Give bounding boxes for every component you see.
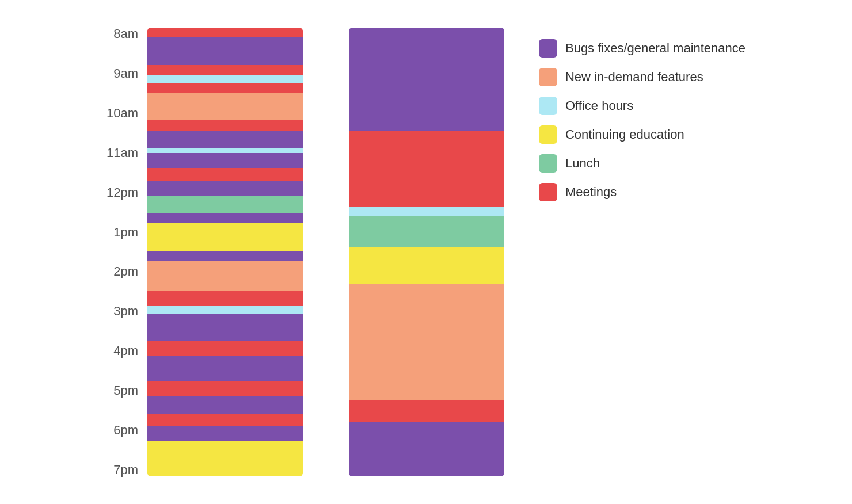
legend-item-office-hours: Office hours	[539, 97, 746, 115]
y-label-1pm: 1pm	[106, 226, 138, 239]
y-label-5pm: 5pm	[106, 384, 138, 397]
bar-chart	[147, 28, 504, 476]
bar2-segment-4	[349, 247, 504, 283]
bar1-segment-12	[147, 196, 303, 213]
y-label-9am: 9am	[106, 67, 138, 80]
legend-label-continuing-education: Continuing education	[565, 127, 684, 142]
bar2-segment-0	[349, 28, 504, 131]
bar2	[349, 28, 504, 476]
bar1-segment-16	[147, 261, 303, 291]
bar2-wrapper	[349, 28, 504, 476]
bar1-segment-3	[147, 75, 303, 83]
bar1-segment-8	[147, 148, 303, 153]
bar2-segment-6	[349, 400, 504, 422]
y-label-6pm: 6pm	[106, 424, 138, 437]
legend-label-new-features: New in-demand features	[565, 70, 703, 85]
legend-item-new-features: New in-demand features	[539, 68, 746, 86]
y-label-3pm: 3pm	[106, 305, 138, 318]
legend-color-bugs	[539, 39, 557, 58]
bar1-segment-25	[147, 426, 303, 441]
bar2-segment-2	[349, 207, 504, 216]
legend-color-continuing-education	[539, 125, 557, 144]
bar1-segment-13	[147, 213, 303, 223]
legend-color-meetings	[539, 183, 557, 201]
y-label-8am: 8am	[106, 28, 138, 40]
y-label-2pm: 2pm	[106, 265, 138, 278]
legend-color-lunch	[539, 154, 557, 173]
bar2-segment-1	[349, 131, 504, 207]
bar1-segment-15	[147, 251, 303, 261]
legend-item-continuing-education: Continuing education	[539, 125, 746, 144]
bar1-segment-20	[147, 341, 303, 356]
legend-label-office-hours: Office hours	[565, 98, 633, 113]
bar1-segment-23	[147, 396, 303, 414]
bar1-segment-17	[147, 291, 303, 306]
bar1-segment-21	[147, 356, 303, 381]
bar1-segment-24	[147, 414, 303, 426]
y-label-10am: 10am	[106, 107, 138, 120]
bar1-segment-26	[147, 441, 303, 476]
bar1-segment-2	[147, 65, 303, 75]
bar1-segment-22	[147, 381, 303, 396]
bar2-segment-3	[349, 216, 504, 248]
bar1-segment-11	[147, 181, 303, 196]
legend-item-bugs: Bugs fixes/general maintenance	[539, 39, 746, 58]
legend-item-meetings: Meetings	[539, 183, 746, 201]
bar1	[147, 28, 303, 476]
bar2-segment-7	[349, 422, 504, 476]
bar1-segment-0	[147, 28, 303, 37]
bar1-segment-19	[147, 314, 303, 341]
y-label-12pm: 12pm	[106, 186, 138, 199]
legend-item-lunch: Lunch	[539, 154, 746, 173]
legend-color-new-features	[539, 68, 557, 86]
legend-label-bugs: Bugs fixes/general maintenance	[565, 41, 746, 56]
y-label-4pm: 4pm	[106, 345, 138, 357]
legend-label-lunch: Lunch	[565, 156, 600, 171]
legend: Bugs fixes/general maintenanceNew in-dem…	[504, 28, 746, 201]
chart-container: 8am9am10am11am12pm1pm2pm3pm4pm5pm6pm7pm …	[72, 5, 780, 499]
bar1-segment-6	[147, 120, 303, 130]
bar2-segment-5	[349, 284, 504, 400]
bar1-segment-7	[147, 131, 303, 148]
y-label-7pm: 7pm	[106, 464, 138, 476]
legend-label-meetings: Meetings	[565, 185, 617, 200]
y-axis: 8am9am10am11am12pm1pm2pm3pm4pm5pm6pm7pm	[106, 28, 147, 476]
y-label-11am: 11am	[106, 147, 138, 159]
bar1-segment-9	[147, 153, 303, 168]
bar1-segment-4	[147, 83, 303, 93]
legend-color-office-hours	[539, 97, 557, 115]
bar1-segment-10	[147, 168, 303, 181]
bar1-segment-5	[147, 93, 303, 120]
bar1-segment-18	[147, 306, 303, 314]
bar1-segment-14	[147, 223, 303, 251]
bar1-segment-1	[147, 37, 303, 65]
bar1-wrapper	[147, 28, 303, 476]
